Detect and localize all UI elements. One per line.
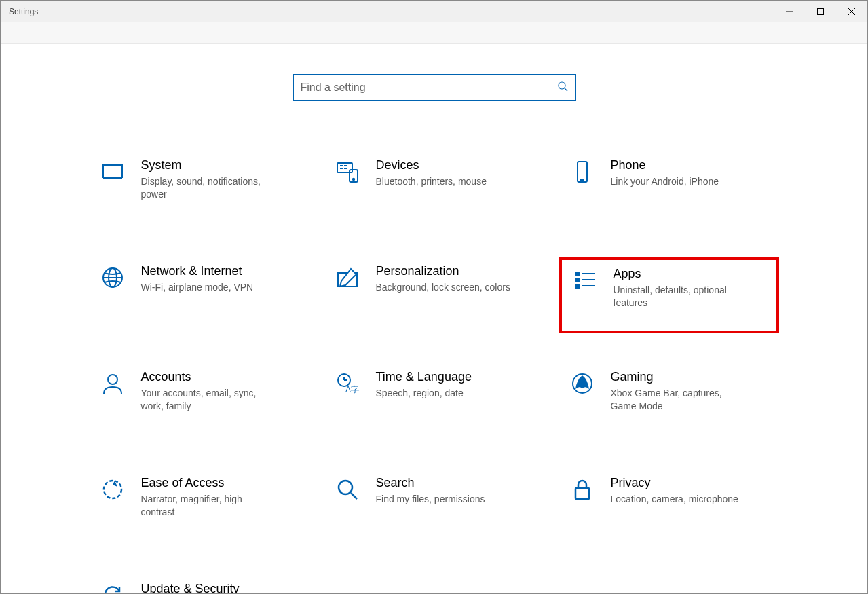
tile-desc: Narrator, magnifier, high contrast: [141, 493, 277, 519]
search-box[interactable]: [293, 74, 576, 101]
tile-personalization[interactable]: Personalization Background, lock screen,…: [324, 257, 544, 333]
content-area: System Display, sound, notifications, po…: [1, 44, 867, 593]
system-icon: [99, 158, 126, 185]
tile-title: Network & Internet: [141, 264, 254, 278]
svg-line-35: [351, 493, 357, 499]
tile-apps[interactable]: Apps Uninstall, defaults, optional featu…: [559, 257, 779, 333]
tile-gaming[interactable]: Gaming Xbox Game Bar, captures, Game Mod…: [559, 363, 779, 439]
tile-update[interactable]: Update & Security Windows Update, recove…: [90, 575, 309, 593]
tile-title: Update & Security: [141, 582, 277, 593]
tile-desc: Location, camera, microphone: [611, 493, 738, 506]
maximize-button[interactable]: [805, 1, 836, 22]
tile-time[interactable]: A字 Time & Language Speech, region, date: [324, 363, 544, 439]
svg-rect-22: [575, 278, 579, 282]
tile-title: Personalization: [376, 264, 510, 278]
search-category-icon: [334, 476, 361, 503]
tile-title: Ease of Access: [141, 476, 277, 490]
tile-title: Apps: [614, 267, 749, 281]
tile-title: Privacy: [611, 476, 738, 490]
titlebar: Settings: [1, 1, 867, 22]
svg-point-27: [108, 375, 117, 384]
tile-title: Search: [376, 476, 485, 490]
tile-desc: Uninstall, defaults, optional features: [614, 284, 749, 310]
update-security-icon: [99, 582, 126, 593]
svg-rect-1: [818, 8, 824, 14]
tile-system[interactable]: System Display, sound, notifications, po…: [90, 151, 309, 227]
subheader: [1, 22, 867, 44]
tile-desc: Link your Android, iPhone: [611, 175, 719, 188]
tile-title: Accounts: [141, 370, 277, 384]
tile-desc: Speech, region, date: [376, 387, 472, 400]
tile-desc: Wi-Fi, airplane mode, VPN: [141, 281, 254, 294]
tile-title: System: [141, 158, 277, 172]
devices-icon: [334, 158, 361, 185]
window-title: Settings: [9, 7, 38, 16]
tile-desc: Your accounts, email, sync, work, family: [141, 387, 277, 413]
tile-desc: Background, lock screen, colors: [376, 281, 510, 294]
tile-accounts[interactable]: Accounts Your accounts, email, sync, wor…: [90, 363, 309, 439]
tile-search[interactable]: Search Find my files, permissions: [324, 469, 544, 545]
svg-point-33: [104, 481, 121, 498]
personalization-icon: [334, 264, 361, 291]
tile-title: Phone: [611, 158, 719, 172]
window-controls: [774, 1, 867, 22]
svg-rect-15: [578, 162, 587, 182]
svg-text:A字: A字: [345, 385, 359, 394]
tile-desc: Xbox Game Bar, captures, Game Mode: [611, 387, 747, 413]
svg-line-5: [565, 88, 567, 91]
apps-icon: [571, 267, 599, 294]
tile-title: Devices: [376, 158, 487, 172]
time-language-icon: A字: [334, 370, 361, 397]
phone-icon: [569, 158, 596, 185]
svg-rect-23: [575, 284, 579, 288]
svg-point-4: [559, 82, 565, 89]
gaming-icon: [569, 370, 596, 397]
svg-rect-21: [575, 272, 579, 276]
tile-privacy[interactable]: Privacy Location, camera, microphone: [559, 469, 779, 545]
ease-of-access-icon: [99, 476, 126, 503]
close-button[interactable]: [836, 1, 867, 22]
tile-ease[interactable]: Ease of Access Narrator, magnifier, high…: [90, 469, 309, 545]
globe-icon: [99, 264, 126, 291]
tile-devices[interactable]: Devices Bluetooth, printers, mouse: [324, 151, 544, 227]
tile-title: Gaming: [611, 370, 747, 384]
tile-desc: Display, sound, notifications, power: [141, 175, 277, 201]
tile-network[interactable]: Network & Internet Wi-Fi, airplane mode,…: [90, 257, 309, 333]
tile-desc: Bluetooth, printers, mouse: [376, 175, 487, 188]
svg-point-34: [339, 481, 352, 494]
svg-rect-36: [575, 488, 589, 499]
minimize-button[interactable]: [774, 1, 805, 22]
person-icon: [99, 370, 126, 397]
svg-point-14: [352, 179, 354, 180]
search-input[interactable]: [301, 81, 557, 94]
svg-rect-6: [103, 165, 122, 177]
privacy-icon: [569, 476, 596, 503]
settings-grid: System Display, sound, notifications, po…: [90, 151, 779, 593]
search-icon: [557, 81, 568, 94]
tile-title: Time & Language: [376, 370, 472, 384]
tile-phone[interactable]: Phone Link your Android, iPhone: [559, 151, 779, 227]
tile-desc: Find my files, permissions: [376, 493, 485, 506]
